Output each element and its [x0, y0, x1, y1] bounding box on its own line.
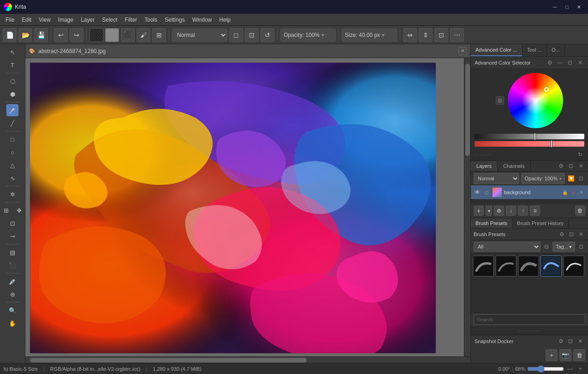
- freehand-select-button[interactable]: ⬡: [6, 75, 18, 87]
- delete-snapshot-button[interactable]: 🗑: [573, 349, 585, 361]
- snapshot-settings-btn[interactable]: ⚙: [557, 337, 565, 345]
- duplicate-layer-button[interactable]: ⊕: [494, 206, 504, 216]
- size-chevron[interactable]: ▾: [382, 32, 385, 38]
- select-tool-button[interactable]: ↖: [6, 46, 18, 58]
- preserve-alpha-button[interactable]: ⊡: [245, 28, 259, 42]
- contiguous-select-button[interactable]: ⬢: [6, 88, 18, 100]
- maximize-button[interactable]: □: [561, 2, 572, 12]
- adv-color-detach-button[interactable]: ⊡: [566, 59, 574, 67]
- opacity-layers-arrow[interactable]: ▾: [559, 176, 562, 181]
- canvas-hscroll-thumb[interactable]: [30, 358, 307, 362]
- tab-layers[interactable]: Layers: [471, 161, 498, 171]
- menu-image[interactable]: Image: [54, 15, 77, 24]
- tab-other[interactable]: O...: [547, 44, 565, 56]
- close-button[interactable]: ✕: [573, 2, 584, 12]
- brush-mode-button[interactable]: 🖌: [137, 28, 150, 42]
- save-document-button[interactable]: 💾: [34, 28, 48, 42]
- text-tool-button[interactable]: T: [6, 59, 18, 71]
- layer-visibility-toggle[interactable]: 👁: [474, 189, 481, 196]
- ellipse-tool-button[interactable]: ○: [6, 146, 18, 158]
- color-wheel[interactable]: [508, 73, 563, 128]
- delete-layer-button[interactable]: 🗑: [575, 206, 585, 216]
- zoom-tool-button[interactable]: 🔍: [6, 304, 18, 316]
- move-layer-down-button[interactable]: ↓: [506, 206, 516, 216]
- line-tool-button[interactable]: ╱: [6, 117, 18, 129]
- brush-presets-detach-btn[interactable]: ⊡: [567, 230, 576, 238]
- polygon-tool-button[interactable]: △: [6, 159, 18, 171]
- canvas-image[interactable]: [30, 63, 436, 353]
- layer-name[interactable]: background: [504, 190, 559, 195]
- add-layer-button[interactable]: +: [474, 206, 484, 216]
- measure-tool-button[interactable]: ⊸: [6, 230, 18, 242]
- menu-file[interactable]: File: [2, 15, 18, 24]
- add-snapshot-button[interactable]: +: [546, 349, 558, 361]
- canvas-vscroll-thumb[interactable]: [465, 64, 470, 156]
- opacity-chevron[interactable]: ▾: [321, 32, 324, 38]
- fill-color-button[interactable]: [105, 28, 119, 42]
- list-item[interactable]: [540, 255, 562, 277]
- mirror-h-button[interactable]: ⇔: [403, 28, 417, 42]
- layers-detach-btn[interactable]: ⊡: [567, 162, 575, 170]
- rectangle-tool-button[interactable]: □: [6, 133, 18, 145]
- tab-brush-preset-history[interactable]: Brush Preset History: [512, 218, 569, 228]
- brush-search-input[interactable]: [474, 315, 585, 325]
- adv-color-settings-button[interactable]: ⚙: [546, 59, 554, 67]
- move-tool-button[interactable]: ✥: [13, 204, 25, 216]
- adv-color-close-button[interactable]: ✕: [576, 59, 584, 67]
- open-document-button[interactable]: 📂: [18, 28, 32, 42]
- color-bar-hue[interactable]: [475, 134, 584, 139]
- color-bar-saturation[interactable]: [475, 141, 584, 147]
- menu-filter[interactable]: Filter: [121, 15, 141, 24]
- pan-tool-button[interactable]: ✋: [6, 317, 18, 329]
- tab-advanced-color[interactable]: Advanced Color ...: [471, 44, 523, 56]
- add-layer-arrow-button[interactable]: ▾: [486, 206, 492, 216]
- menu-window[interactable]: Window: [189, 15, 216, 24]
- menu-tools[interactable]: Tools: [141, 15, 161, 24]
- tab-channels[interactable]: Channels: [498, 161, 530, 171]
- multibrush-tool-button[interactable]: ✲: [6, 188, 18, 200]
- zoom-in-btn[interactable]: +: [576, 365, 584, 373]
- more-options-button[interactable]: ⋯: [450, 28, 464, 42]
- screenshot-snapshot-button[interactable]: 📷: [559, 349, 571, 361]
- minimize-button[interactable]: ─: [549, 2, 560, 12]
- brush-presets-close-btn[interactable]: ✕: [577, 230, 585, 238]
- pattern-button[interactable]: [89, 28, 103, 42]
- snapshot-close-btn[interactable]: ✕: [576, 337, 584, 345]
- mirror-v-button[interactable]: ⇕: [419, 28, 433, 42]
- wrap-mode-button[interactable]: ⊞: [152, 28, 166, 42]
- fg-bg-button[interactable]: ⬛: [121, 28, 135, 42]
- layer-properties-button[interactable]: ≡: [530, 206, 540, 216]
- transform-tool-button[interactable]: ⊞: [0, 204, 12, 216]
- snapshot-docker-header[interactable]: Snapshot Docker ⚙ ⊡ ✕: [471, 335, 588, 347]
- canvas-vertical-scrollbar[interactable]: [464, 58, 470, 356]
- brush-filter-select[interactable]: All Wet Dry Digital: [474, 242, 540, 252]
- bezier-tool-button[interactable]: ∿: [6, 172, 18, 184]
- adv-color-collapse-button[interactable]: —: [556, 59, 564, 67]
- color-refresh-button[interactable]: ↻: [576, 150, 584, 159]
- layers-close-btn[interactable]: ✕: [577, 162, 585, 170]
- layer-down-btn[interactable]: ▼: [578, 189, 585, 196]
- tab-tool[interactable]: Tool ...: [523, 44, 547, 56]
- crop-tool-button[interactable]: ⊡: [6, 217, 18, 229]
- layers-settings-btn[interactable]: ⚙: [557, 162, 565, 170]
- layer-delete-btn[interactable]: ✕: [570, 189, 577, 196]
- brush-tool-button[interactable]: [6, 104, 18, 116]
- redo-button[interactable]: ↪: [70, 28, 83, 42]
- menu-view[interactable]: View: [35, 15, 54, 24]
- transform-button[interactable]: ⊡: [434, 28, 448, 42]
- menu-edit[interactable]: Edit: [18, 15, 35, 24]
- move-layer-up-button[interactable]: ↑: [518, 206, 528, 216]
- canvas-horizontal-scrollbar[interactable]: [25, 356, 470, 363]
- menu-settings[interactable]: Settings: [161, 15, 188, 24]
- tab-brush-presets[interactable]: Brush Presets: [471, 218, 512, 228]
- smart-patch-button[interactable]: ⊛: [6, 288, 18, 300]
- erase-button[interactable]: ◻: [229, 28, 243, 42]
- list-item[interactable]: [473, 255, 494, 277]
- color-wheel-settings-btn[interactable]: ⊞: [496, 96, 504, 105]
- list-item[interactable]: [518, 255, 539, 277]
- snapshot-detach-btn[interactable]: ⊡: [566, 337, 575, 345]
- canvas-tab-close-button[interactable]: ✕: [458, 47, 467, 55]
- colorpicker-tool-button[interactable]: 💉: [6, 275, 18, 287]
- brush-presets-settings-btn[interactable]: ⚙: [558, 230, 566, 238]
- menu-select[interactable]: Select: [98, 15, 121, 24]
